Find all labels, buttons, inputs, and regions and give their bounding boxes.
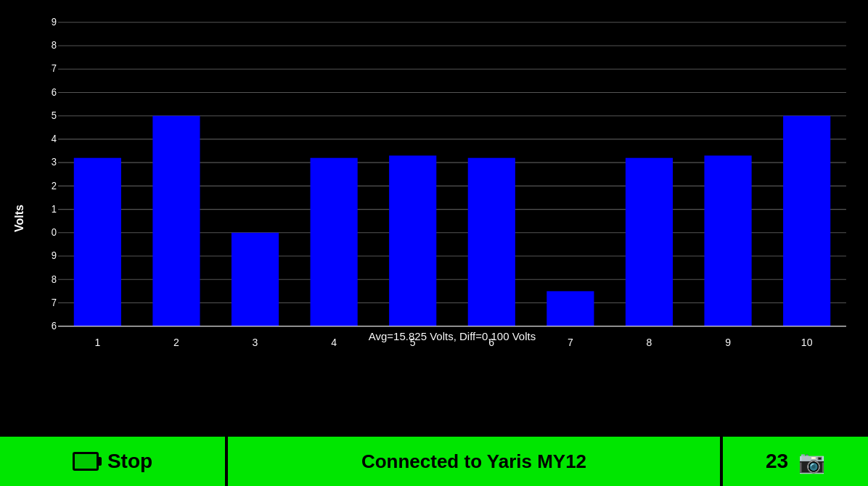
svg-rect-42 [626, 158, 673, 326]
svg-text:15.78: 15.78 [51, 273, 57, 284]
chart-svg: 15.8915.8815.8715.8615.8515.8415.8315.82… [51, 15, 853, 350]
svg-rect-46 [783, 116, 830, 326]
svg-rect-30 [152, 116, 200, 326]
main-container: Volts 15.8915.8815.8715.8615.8515.8415.8… [0, 0, 868, 486]
stop-label: Stop [107, 450, 152, 473]
count-label: 23 [766, 450, 788, 473]
svg-rect-44 [704, 155, 751, 326]
svg-text:15.79: 15.79 [51, 250, 57, 261]
svg-rect-40 [546, 291, 594, 326]
connected-label: Connected to Yaris MY12 [361, 450, 586, 473]
bottom-bar: Stop Connected to Yaris MY12 23 📷 [0, 437, 868, 486]
stop-button[interactable]: Stop [0, 437, 225, 486]
chart-area: Volts 15.8915.8815.8715.8615.8515.8415.8… [0, 0, 868, 437]
svg-rect-32 [232, 233, 279, 326]
svg-text:15.86: 15.86 [51, 86, 57, 97]
svg-rect-36 [389, 155, 436, 326]
battery-icon [73, 452, 99, 471]
svg-text:15.87: 15.87 [51, 63, 57, 74]
y-axis-label: Volts [13, 205, 26, 232]
svg-text:15.77: 15.77 [51, 297, 57, 308]
svg-text:15.81: 15.81 [51, 204, 57, 215]
svg-text:15.82: 15.82 [51, 180, 57, 191]
svg-rect-34 [311, 158, 358, 326]
grid-and-bars: 15.8915.8815.8715.8615.8515.8415.8315.82… [51, 15, 853, 350]
svg-text:15.80: 15.80 [51, 227, 57, 238]
count-camera-area: 23 📷 [723, 437, 868, 486]
chart-inner: 15.8915.8815.8715.8615.8515.8415.8315.82… [51, 15, 853, 379]
svg-text:15.85: 15.85 [51, 110, 57, 121]
svg-text:15.83: 15.83 [51, 157, 57, 168]
svg-rect-28 [74, 158, 121, 326]
svg-text:15.88: 15.88 [51, 40, 57, 51]
svg-text:15.89: 15.89 [51, 17, 57, 28]
svg-text:15.84: 15.84 [51, 133, 57, 144]
svg-rect-38 [468, 158, 515, 326]
chart-caption: Avg=15.825 Volts, Diff=0.100 Volts [51, 330, 853, 342]
camera-icon[interactable]: 📷 [798, 449, 825, 474]
connected-status: Connected to Yaris MY12 [228, 437, 720, 486]
